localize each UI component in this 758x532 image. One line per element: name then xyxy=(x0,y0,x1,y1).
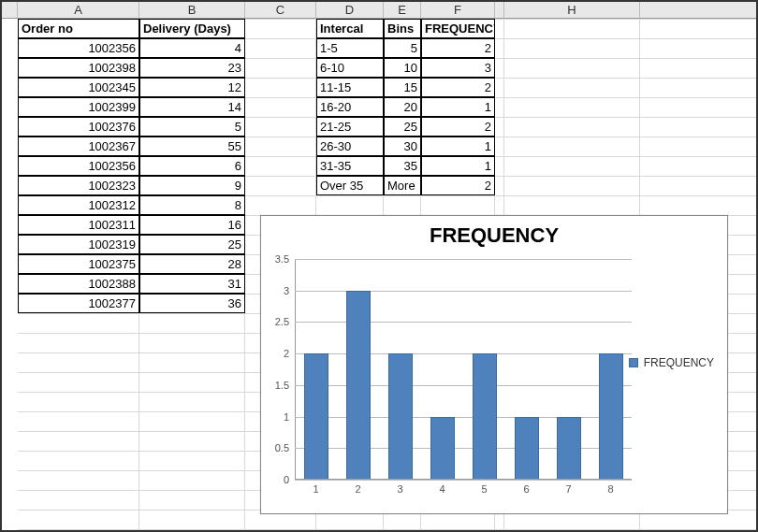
x-tick-label: 6 xyxy=(523,483,529,495)
y-tick-label: 3 xyxy=(284,285,289,296)
bar[interactable] xyxy=(430,417,455,480)
cell-header-frequency[interactable]: FREQUENCY xyxy=(421,19,495,38)
column-header-H[interactable]: H xyxy=(504,2,640,18)
cell-interval[interactable]: Over 35 xyxy=(316,176,384,195)
cell-interval[interactable]: 16-20 xyxy=(316,97,384,117)
x-tick-label: 2 xyxy=(355,483,360,495)
cell-order-no[interactable]: 1002312 xyxy=(18,195,139,215)
cell-frequency[interactable]: 2 xyxy=(421,176,495,195)
cell-order-no[interactable]: 1002311 xyxy=(18,215,139,235)
cell-frequency[interactable]: 2 xyxy=(421,117,495,137)
cell-bin[interactable]: 30 xyxy=(384,137,421,156)
cell-frequency[interactable]: 1 xyxy=(421,156,495,176)
cell-header-order-no[interactable]: Order no xyxy=(18,19,139,38)
cell-bin[interactable]: 35 xyxy=(384,156,421,176)
x-tick-label: 1 xyxy=(313,483,318,495)
x-tick-label: 5 xyxy=(481,483,487,495)
column-header-F[interactable]: F xyxy=(421,2,495,18)
cell-delivery-days[interactable]: 14 xyxy=(139,97,245,117)
cell-bin[interactable]: 10 xyxy=(384,58,421,78)
cell-delivery-days[interactable]: 9 xyxy=(139,176,245,195)
x-tick-label: 4 xyxy=(439,483,445,495)
column-headers: A B C D E F H xyxy=(2,2,756,19)
cell-delivery-days[interactable]: 5 xyxy=(139,117,245,137)
y-tick-label: 0.5 xyxy=(275,442,289,453)
cell-order-no[interactable]: 1002367 xyxy=(18,137,139,156)
column-header-E[interactable]: E xyxy=(384,2,421,18)
cell-frequency[interactable]: 3 xyxy=(421,58,495,78)
cell-order-no[interactable]: 1002398 xyxy=(18,58,139,78)
cell-order-no[interactable]: 1002375 xyxy=(18,254,139,274)
cell-delivery-days[interactable]: 55 xyxy=(139,137,245,156)
cell-order-no[interactable]: 1002388 xyxy=(18,274,139,294)
cell-order-no[interactable]: 1002376 xyxy=(18,117,139,137)
chart-title: FREQUENCY xyxy=(261,223,727,248)
cell-order-no[interactable]: 1002356 xyxy=(18,38,139,58)
cell-delivery-days[interactable]: 25 xyxy=(139,235,245,254)
cell-order-no[interactable]: 1002356 xyxy=(18,156,139,176)
cell-order-no[interactable]: 1002345 xyxy=(18,78,139,97)
cell-interval[interactable]: 21-25 xyxy=(316,117,384,137)
legend-label: FREQUENCY xyxy=(644,356,714,369)
y-tick-label: 3.5 xyxy=(275,253,289,265)
bar[interactable] xyxy=(599,353,623,480)
chart-legend: FREQUENCY xyxy=(629,356,714,369)
bar[interactable] xyxy=(557,417,581,480)
cell-bin[interactable]: 25 xyxy=(384,117,421,137)
cell-header-bins[interactable]: Bins xyxy=(384,19,421,38)
y-tick-label: 2 xyxy=(284,348,289,359)
cell-delivery-days[interactable]: 4 xyxy=(139,38,245,58)
cell-frequency[interactable]: 2 xyxy=(421,78,495,97)
x-tick-label: 8 xyxy=(607,483,613,495)
bar[interactable] xyxy=(473,353,497,480)
cell-delivery-days[interactable]: 12 xyxy=(139,78,245,97)
cell-frequency[interactable]: 2 xyxy=(421,38,495,58)
x-axis xyxy=(295,479,632,480)
cell-interval[interactable]: 11-15 xyxy=(316,78,384,97)
gridline xyxy=(295,480,632,481)
chart-object[interactable]: FREQUENCY 00.511.522.533.5 12345678 FREQ… xyxy=(260,215,728,514)
cell-interval[interactable]: 31-35 xyxy=(316,156,384,176)
cell-bin[interactable]: More xyxy=(384,176,421,195)
cell-header-delivery[interactable]: Delivery (Days) xyxy=(139,19,245,38)
cell-order-no[interactable]: 1002323 xyxy=(18,176,139,195)
cell-interval[interactable]: 26-30 xyxy=(316,137,384,156)
cell-delivery-days[interactable]: 8 xyxy=(139,195,245,215)
chart-plot-area: 00.511.522.533.5 12345678 xyxy=(295,259,632,495)
x-tick-label: 7 xyxy=(565,483,571,495)
cell-order-no[interactable]: 1002399 xyxy=(18,97,139,117)
y-tick-label: 2.5 xyxy=(275,316,289,327)
cell-frequency[interactable]: 1 xyxy=(421,137,495,156)
cell-interval[interactable]: 6-10 xyxy=(316,58,384,78)
bar[interactable] xyxy=(388,353,413,480)
bar[interactable] xyxy=(515,417,539,480)
spreadsheet: A B C D E F H Order noDelivery (Days)Int… xyxy=(2,2,756,530)
cell-interval[interactable]: 1-5 xyxy=(316,38,384,58)
column-header-blank[interactable] xyxy=(495,2,504,18)
cell-delivery-days[interactable]: 16 xyxy=(139,215,245,235)
cell-bin[interactable]: 15 xyxy=(384,78,421,97)
cell-bin[interactable]: 20 xyxy=(384,97,421,117)
cell-delivery-days[interactable]: 28 xyxy=(139,254,245,274)
cell-delivery-days[interactable]: 36 xyxy=(139,294,245,313)
cell-delivery-days[interactable]: 23 xyxy=(139,58,245,78)
x-tick-label: 3 xyxy=(397,483,402,495)
cell-order-no[interactable]: 1002319 xyxy=(18,235,139,254)
y-tick-label: 1.5 xyxy=(275,380,289,391)
column-header-B[interactable]: B xyxy=(139,2,245,18)
cell-frequency[interactable]: 1 xyxy=(421,97,495,117)
cell-delivery-days[interactable]: 6 xyxy=(139,156,245,176)
legend-swatch-icon xyxy=(629,358,638,367)
cell-header-interval[interactable]: Intercal xyxy=(316,19,384,38)
y-tick-label: 1 xyxy=(284,411,289,423)
bar[interactable] xyxy=(304,353,328,480)
column-header-C[interactable]: C xyxy=(245,2,316,18)
column-header-A[interactable]: A xyxy=(18,2,139,18)
cell-bin[interactable]: 5 xyxy=(384,38,421,58)
cell-delivery-days[interactable]: 31 xyxy=(139,274,245,294)
column-header-D[interactable]: D xyxy=(316,2,384,18)
bar[interactable] xyxy=(346,291,371,480)
y-tick-label: 0 xyxy=(284,474,289,485)
corner-cell[interactable] xyxy=(2,2,18,18)
cell-order-no[interactable]: 1002377 xyxy=(18,294,139,313)
